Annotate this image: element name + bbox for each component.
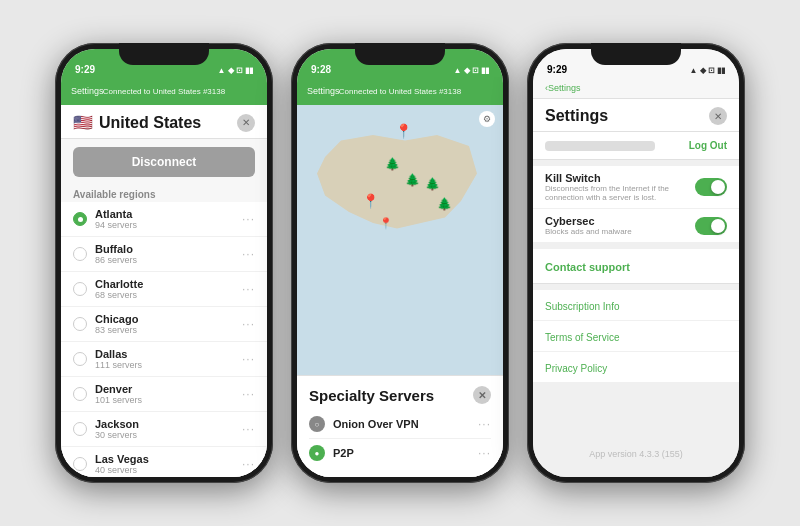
map-settings-icon[interactable]: ⚙ <box>479 111 495 127</box>
screen-2: ⚙ 🌲 🌲 🌲 🌲 📍 📍 📍 Specialty Ser <box>297 105 503 477</box>
country-header: 🇺🇸 United States ✕ <box>61 105 267 139</box>
phone-1: 9:29 ▲ ◆ ⊡ ▮▮ Settings Connected to Unit… <box>55 43 273 483</box>
server-count-charlotte: 68 servers <box>95 290 143 300</box>
server-dot-atlanta <box>73 212 87 226</box>
notch-3 <box>591 43 681 65</box>
server-count-lasvegas: 40 servers <box>95 465 149 475</box>
more-icon-jackson[interactable]: ··· <box>242 422 255 436</box>
flag-icon: 🇺🇸 <box>73 113 93 132</box>
screen-3: Settings ✕ Log Out Kill Switch Disconnec… <box>533 99 739 477</box>
kill-switch-desc: Disconnects from the Internet if the con… <box>545 184 685 202</box>
subscription-info-row[interactable]: Subscription Info <box>533 290 739 321</box>
kill-switch-row: Kill Switch Disconnects from the Interne… <box>533 166 739 209</box>
close-icon-1: ✕ <box>242 117 250 128</box>
tree-icon-2: 🌲 <box>405 173 420 187</box>
server-name-denver: Denver <box>95 383 142 395</box>
disconnect-button[interactable]: Disconnect <box>73 147 255 177</box>
server-item-chicago[interactable]: Chicago 83 servers ··· <box>61 307 267 342</box>
pin-green-center: 📍 <box>362 193 379 209</box>
server-item-charlotte[interactable]: Charlotte 68 servers ··· <box>61 272 267 307</box>
more-icon-p2p[interactable]: ··· <box>478 446 491 460</box>
subscription-info-link[interactable]: Subscription Info <box>545 301 620 312</box>
cybersec-toggle[interactable] <box>695 217 727 235</box>
more-icon-denver[interactable]: ··· <box>242 387 255 401</box>
specialty-item-p2p[interactable]: ● P2P ··· <box>309 439 491 467</box>
usa-map-shape <box>317 135 477 245</box>
server-item-jackson[interactable]: Jackson 30 servers ··· <box>61 412 267 447</box>
terms-row[interactable]: Terms of Service <box>533 321 739 352</box>
tree-icon-4: 🌲 <box>437 197 452 211</box>
server-dot-chicago <box>73 317 87 331</box>
more-icon-dallas[interactable]: ··· <box>242 352 255 366</box>
server-name-lasvegas: Las Vegas <box>95 453 149 465</box>
back-button-2[interactable]: Settings <box>307 86 340 96</box>
contact-support-row[interactable]: Contact support <box>533 249 739 284</box>
server-name-jackson: Jackson <box>95 418 139 430</box>
terms-link[interactable]: Terms of Service <box>545 332 619 343</box>
specialty-close-button[interactable]: ✕ <box>473 386 491 404</box>
more-icon-chicago[interactable]: ··· <box>242 317 255 331</box>
close-icon-3: ✕ <box>714 111 722 122</box>
settings-back-label[interactable]: Settings <box>548 83 581 93</box>
status-time-2: 9:28 <box>311 64 331 75</box>
status-icons-3: ▲ ◆ ⊡ ▮▮ <box>689 66 725 75</box>
server-count-dallas: 111 servers <box>95 360 142 370</box>
notch-2 <box>355 43 445 65</box>
server-item-lasvegas[interactable]: Las Vegas 40 servers ··· <box>61 447 267 477</box>
settings-title: Settings <box>545 107 608 125</box>
specialty-panel: Specialty Servers ✕ ○ Onion Over VPN ··· <box>297 375 503 477</box>
cybersec-label: Cybersec <box>545 215 632 227</box>
server-dot-buffalo <box>73 247 87 261</box>
server-name-chicago: Chicago <box>95 313 138 325</box>
server-item-denver[interactable]: Denver 101 servers ··· <box>61 377 267 412</box>
tree-icon-3: 🌲 <box>425 177 440 191</box>
close-button-1[interactable]: ✕ <box>237 114 255 132</box>
specialty-title: Specialty Servers ✕ <box>309 386 491 404</box>
settings-header: Settings ✕ <box>533 99 739 132</box>
pin-blue-bottom: 📍 <box>379 217 393 230</box>
tree-icon-1: 🌲 <box>385 157 400 171</box>
server-dot-charlotte <box>73 282 87 296</box>
server-dot-jackson <box>73 422 87 436</box>
privacy-row[interactable]: Privacy Policy <box>533 352 739 383</box>
more-icon-onion[interactable]: ··· <box>478 417 491 431</box>
more-icon-buffalo[interactable]: ··· <box>242 247 255 261</box>
specialty-item-onion[interactable]: ○ Onion Over VPN ··· <box>309 410 491 439</box>
close-icon-2: ✕ <box>478 390 486 401</box>
server-item-buffalo[interactable]: Buffalo 86 servers ··· <box>61 237 267 272</box>
account-email-blur <box>545 141 655 151</box>
cybersec-desc: Blocks ads and malware <box>545 227 632 236</box>
log-out-button[interactable]: Log Out <box>689 140 727 151</box>
privacy-link[interactable]: Privacy Policy <box>545 363 607 374</box>
server-dot-denver <box>73 387 87 401</box>
more-icon-charlotte[interactable]: ··· <box>242 282 255 296</box>
status-time-3: 9:29 <box>547 64 567 75</box>
nav-text-2: Connected to United States #3138 <box>339 87 461 96</box>
more-icon-atlanta[interactable]: ··· <box>242 212 255 226</box>
server-list: Atlanta 94 servers ··· Buffalo 86 server… <box>61 202 267 477</box>
server-item-atlanta[interactable]: Atlanta 94 servers ··· <box>61 202 267 237</box>
map-view[interactable]: ⚙ 🌲 🌲 🌲 🌲 📍 📍 📍 <box>297 105 503 375</box>
back-button-1[interactable]: Settings <box>71 86 104 96</box>
phone-2: 9:28 ▲ ◆ ⊡ ▮▮ Settings Connected to Unit… <box>291 43 509 483</box>
settings-bottom: App version 4.3.3 (155) <box>533 383 739 477</box>
onion-label: Onion Over VPN <box>333 418 419 430</box>
server-count-buffalo: 86 servers <box>95 255 137 265</box>
server-name-buffalo: Buffalo <box>95 243 137 255</box>
status-time-1: 9:29 <box>75 64 95 75</box>
version-text: App version 4.3.3 (155) <box>533 441 739 467</box>
server-item-dallas[interactable]: Dallas 111 servers ··· <box>61 342 267 377</box>
status-icons-2: ▲ ◆ ⊡ ▮▮ <box>453 66 489 75</box>
p2p-label: P2P <box>333 447 354 459</box>
kill-switch-toggle[interactable] <box>695 178 727 196</box>
more-icon-lasvegas[interactable]: ··· <box>242 457 255 471</box>
regions-label: Available regions <box>61 185 267 202</box>
country-title: United States <box>99 114 201 132</box>
p2p-icon: ● <box>309 445 325 461</box>
server-name-charlotte: Charlotte <box>95 278 143 290</box>
contact-support-label: Contact support <box>545 261 630 273</box>
settings-close-button[interactable]: ✕ <box>709 107 727 125</box>
server-count-denver: 101 servers <box>95 395 142 405</box>
settings-nav-bar: ‹ Settings <box>533 77 739 99</box>
server-dot-dallas <box>73 352 87 366</box>
